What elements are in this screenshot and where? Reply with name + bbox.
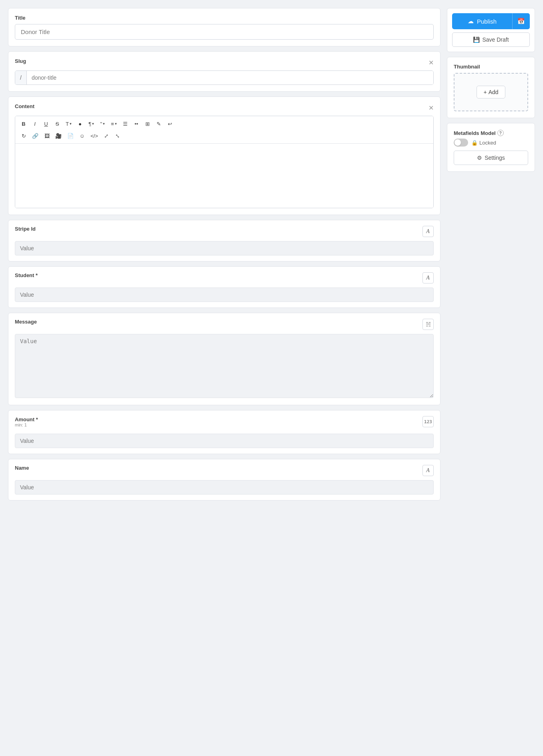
highlight-button[interactable]: ✎ xyxy=(154,119,164,129)
ordered-list-button[interactable]: ☰ xyxy=(120,119,131,129)
quote-button[interactable]: "▾ xyxy=(97,119,108,129)
message-header: Message ☵ xyxy=(15,319,434,330)
content-close-icon[interactable]: ✕ xyxy=(428,104,434,112)
toggle-knob xyxy=(455,139,461,146)
editor-body[interactable] xyxy=(15,144,433,208)
slug-close-icon[interactable]: ✕ xyxy=(428,59,434,66)
amount-required: * xyxy=(36,416,38,422)
code-button[interactable]: </> xyxy=(88,131,101,141)
metafields-toggle[interactable] xyxy=(454,139,468,147)
slug-header: Slug ✕ xyxy=(15,58,434,67)
slug-input-wrapper: / xyxy=(15,70,434,85)
name-header: Name A xyxy=(15,465,434,476)
student-header: Student * A xyxy=(15,272,434,284)
student-input[interactable] xyxy=(15,288,434,302)
content-editor: B I U S T▾ ● ¶▾ "▾ ≡▾ ☰ •• ⊞ ✎ ↩ ↻ xyxy=(15,116,434,208)
amount-label: Amount * xyxy=(15,416,38,422)
strikethrough-button[interactable]: S xyxy=(52,119,62,129)
color-button[interactable]: ● xyxy=(75,119,85,129)
message-label: Message xyxy=(15,319,37,325)
thumbnail-card: Thumbnail + Add xyxy=(447,57,535,118)
slug-section: Slug ✕ / xyxy=(8,51,440,92)
emoji-button[interactable]: ☺ xyxy=(77,131,87,141)
slug-label: Slug xyxy=(15,58,26,64)
name-section: Name A xyxy=(8,459,440,501)
student-label: Student * xyxy=(15,272,38,278)
add-thumbnail-button[interactable]: + Add xyxy=(477,86,505,99)
amount-input[interactable] xyxy=(15,434,434,448)
image-button[interactable]: 🖼 xyxy=(42,131,52,141)
paragraph-button[interactable]: ¶▾ xyxy=(86,119,97,129)
name-label: Name xyxy=(15,465,29,471)
align-button[interactable]: ≡▾ xyxy=(109,119,119,129)
student-required: * xyxy=(36,272,38,278)
content-section: Content ✕ B I U S T▾ ● ¶▾ "▾ ≡▾ ☰ •• ⊞ xyxy=(8,97,440,215)
name-input[interactable] xyxy=(15,480,434,495)
stripe-id-section: Stripe Id A xyxy=(8,220,440,261)
student-type-icon: A xyxy=(422,272,434,284)
message-textarea[interactable] xyxy=(15,334,434,398)
calendar-icon: 📅 xyxy=(517,18,525,25)
content-header: Content ✕ xyxy=(15,103,434,113)
file-button[interactable]: 📄 xyxy=(65,131,76,141)
stripe-id-input[interactable] xyxy=(15,241,434,255)
redo-button[interactable]: ↻ xyxy=(18,131,29,141)
amount-header: Amount * min: 1 123 xyxy=(15,416,434,430)
stripe-id-header: Stripe Id A xyxy=(15,226,434,237)
thumbnail-box: + Add xyxy=(454,73,528,111)
publish-btn-group: ☁ Publish 📅 xyxy=(452,13,530,29)
title-input[interactable] xyxy=(15,24,434,40)
toggle-row: 🔒 Locked xyxy=(454,139,528,147)
video-button[interactable]: 🎥 xyxy=(53,131,64,141)
thumbnail-label: Thumbnail xyxy=(454,64,528,70)
amount-section: Amount * min: 1 123 xyxy=(8,410,440,454)
editor-toolbar: B I U S T▾ ● ¶▾ "▾ ≡▾ ☰ •• ⊞ ✎ ↩ ↻ xyxy=(15,116,433,144)
stripe-id-label: Stripe Id xyxy=(15,226,36,232)
amount-type-icon: 123 xyxy=(422,416,434,427)
publish-card: ☁ Publish 📅 💾 Save Draft xyxy=(447,8,535,52)
slug-prefix: / xyxy=(15,71,27,84)
cloud-upload-icon: ☁ xyxy=(468,18,474,25)
fullscreen-button[interactable]: ⤡ xyxy=(113,131,123,141)
metafields-card: Metafields Model ? 🔒 Locked ⚙ Settings xyxy=(447,123,535,172)
student-section: Student * A xyxy=(8,266,440,308)
gear-icon: ⚙ xyxy=(477,155,482,161)
name-type-icon: A xyxy=(422,465,434,476)
amount-title-group: Amount * min: 1 xyxy=(15,416,38,430)
stripe-id-type-icon: A xyxy=(422,226,434,237)
message-section: Message ☵ xyxy=(8,313,440,405)
share-button[interactable]: ⤢ xyxy=(101,131,112,141)
table-button[interactable]: ⊞ xyxy=(143,119,153,129)
underline-button[interactable]: U xyxy=(41,119,51,129)
amount-min-hint: min: 1 xyxy=(15,422,38,427)
slug-input[interactable] xyxy=(27,71,433,84)
plus-icon: + xyxy=(483,89,487,95)
title-label: Title xyxy=(15,15,434,21)
metafields-label: Metafields Model ? xyxy=(454,130,528,136)
save-icon: 💾 xyxy=(473,36,480,43)
title-section: Title xyxy=(8,8,440,46)
link-button[interactable]: 🔗 xyxy=(30,131,41,141)
unordered-list-button[interactable]: •• xyxy=(131,119,142,129)
locked-text: 🔒 Locked xyxy=(471,140,496,146)
settings-button[interactable]: ⚙ Settings xyxy=(454,151,528,165)
lock-icon: 🔒 xyxy=(471,140,478,146)
bold-button[interactable]: B xyxy=(18,119,29,129)
save-draft-button[interactable]: 💾 Save Draft xyxy=(452,32,530,47)
message-type-icon: ☵ xyxy=(422,319,434,330)
italic-button[interactable]: I xyxy=(30,119,40,129)
content-label: Content xyxy=(15,103,34,109)
publish-calendar-button[interactable]: 📅 xyxy=(512,13,530,29)
text-size-button[interactable]: T▾ xyxy=(63,119,74,129)
publish-button[interactable]: ☁ Publish xyxy=(452,13,512,29)
help-icon[interactable]: ? xyxy=(497,130,504,136)
undo-button[interactable]: ↩ xyxy=(165,119,175,129)
